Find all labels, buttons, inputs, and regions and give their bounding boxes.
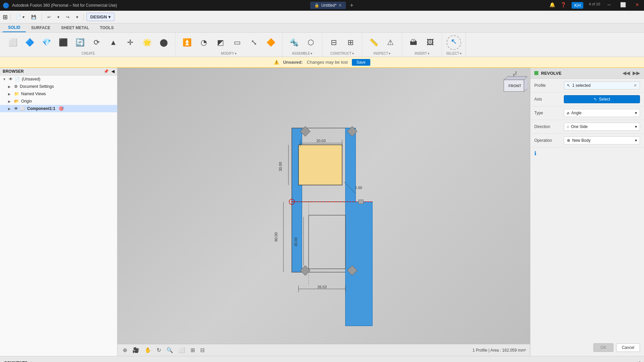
design-mode-btn[interactable]: DESIGN ▾ <box>87 13 114 21</box>
file-dropdown[interactable]: ▾ <box>22 15 24 19</box>
profile-clear-btn[interactable]: ✕ <box>634 83 637 88</box>
sketch-icon: ⬜ <box>8 38 17 47</box>
apps-icon[interactable]: ⊞ <box>3 13 8 21</box>
view-cube[interactable]: Z FRONT <box>500 70 527 97</box>
file-btn[interactable]: 📄 ▾ <box>13 14 27 20</box>
midplane-btn[interactable]: ⊞ <box>343 37 358 48</box>
direction-chevron-down-icon: ▾ <box>635 124 637 129</box>
browser-item-named-views[interactable]: ▶ 📁 Named Views <box>0 90 117 98</box>
operation-dropdown[interactable]: ⊕ New Body ▾ <box>564 136 640 144</box>
extrude-btn[interactable]: ⬛ <box>56 37 70 48</box>
display-options-btn[interactable]: ⬜ <box>177 346 186 354</box>
tab-close[interactable]: ✕ <box>338 3 342 8</box>
select-dropdown[interactable]: ▾ <box>460 52 462 55</box>
orbit-btn[interactable]: ↻ <box>155 346 162 354</box>
undo-dropdown[interactable]: ▾ <box>55 14 62 20</box>
folder-icon: 📄 <box>15 77 20 81</box>
tab-tools[interactable]: TOOLS <box>95 24 119 32</box>
redo-btn[interactable]: ↪ <box>63 14 72 20</box>
joint-icon: 🔩 <box>289 38 299 47</box>
browser-item-unsaved[interactable]: ▼ 👁 📄 (Unsaved) <box>0 75 117 83</box>
profile-label: Profile <box>534 83 561 88</box>
title-right: 🔔 ❓ KH 4 of 10 ─ ⬜ ✕ <box>549 2 641 9</box>
canvas-status: ⊕ 🎥 ✋ ↻ 🔍 ⬜ ⊞ ⊟ 1 Profile | Area : 162.0… <box>117 344 530 356</box>
assemble-dropdown[interactable]: ▾ <box>311 52 312 55</box>
view-options-btn[interactable]: 🎥 <box>131 346 141 354</box>
modify-dropdown[interactable]: ▾ <box>235 52 236 55</box>
as-built-btn[interactable]: ⬡ <box>303 37 318 48</box>
redo-dropdown[interactable]: ▾ <box>73 14 81 20</box>
fillet-icon: ◔ <box>201 38 207 47</box>
new-tab-btn[interactable]: + <box>347 2 356 9</box>
loft-btn[interactable]: ▲ <box>106 37 121 48</box>
type-dropdown[interactable]: ⌀ Angle ▾ <box>564 109 640 117</box>
browser-collapse-btn[interactable]: ◀ <box>111 69 114 74</box>
measure-btn[interactable]: 📏 <box>366 37 381 48</box>
insert-svg-btn[interactable]: 🖼 <box>423 37 438 48</box>
pan-btn[interactable]: ✋ <box>143 346 153 354</box>
insert-dropdown[interactable]: ▾ <box>428 52 429 55</box>
zoom-btn[interactable]: 🔍 <box>165 346 174 354</box>
fit-to-screen-btn[interactable]: ⊕ <box>121 346 128 354</box>
create-form-btn[interactable]: 💎 <box>39 37 54 48</box>
ok-button[interactable]: OK <box>593 343 613 352</box>
select-btn[interactable]: ↖ <box>446 35 461 50</box>
interference-btn[interactable]: ⚠ <box>383 37 398 48</box>
chamfer-btn[interactable]: ◩ <box>213 37 228 48</box>
fillet-btn[interactable]: ◔ <box>196 37 211 48</box>
unsaved-bar: ⚠️ Unsaved: Changes may be lost Save <box>0 57 644 68</box>
pattern-btn[interactable]: ⬤ <box>156 37 171 48</box>
save-button[interactable]: Save <box>352 59 370 66</box>
scale-btn[interactable]: ⤡ <box>247 37 261 48</box>
shell-btn[interactable]: ▭ <box>230 37 245 48</box>
tab-surface[interactable]: SURFACE <box>26 24 56 32</box>
save-btn[interactable]: 💾 <box>29 14 39 20</box>
sweep-btn[interactable]: ⟳ <box>89 37 104 48</box>
grid-snap-btn[interactable]: ⊟ <box>199 346 206 354</box>
mirror-btn[interactable]: 🌟 <box>140 37 154 48</box>
browser-pin-btn[interactable]: 📌 <box>104 69 109 74</box>
insert-mesh-btn[interactable]: 🏔 <box>406 37 421 48</box>
direction-dropdown[interactable]: ↕ One Side ▾ <box>564 123 640 131</box>
origin-folder-icon: 📂 <box>14 99 19 104</box>
offset-plane-btn[interactable]: ⊟ <box>326 37 341 48</box>
notification-icon[interactable]: 🔔 <box>549 2 555 9</box>
axis-select-btn[interactable]: ↖ Select <box>564 95 640 103</box>
inspect-dropdown[interactable]: ▾ <box>389 52 390 55</box>
panel-collapse-left-btn[interactable]: ◀◀ <box>623 70 630 76</box>
combine-btn[interactable]: 🔶 <box>263 37 278 48</box>
undo-btn[interactable]: ↩ <box>45 14 53 20</box>
create-label: CREATE <box>82 52 95 55</box>
comments-collapse-btn[interactable]: ◀ <box>636 360 640 362</box>
canvas-view[interactable]: 20.03 2.00 30.00 80.00 30.00 26.53 <box>117 68 530 356</box>
browser-item-doc-settings[interactable]: ▶ ⚙ Document Settings <box>0 83 117 90</box>
maximize-btn[interactable]: ⬜ <box>618 2 628 9</box>
browser-item-origin[interactable]: ▶ 📂 Origin <box>0 98 117 105</box>
svg-text:FRONT: FRONT <box>508 84 521 88</box>
user-avatar[interactable]: KH <box>572 2 583 9</box>
joint-btn[interactable]: 🔩 <box>286 37 301 48</box>
pattern-icon: ⬤ <box>160 38 168 47</box>
close-btn[interactable]: ✕ <box>633 2 641 9</box>
file-icon: 📄 <box>16 15 21 19</box>
comments-add-btn[interactable]: + <box>30 360 33 362</box>
press-pull-btn[interactable]: ⏫ <box>179 37 194 48</box>
browser-item-component[interactable]: ▶ 👁 ⬜ Component1:1 🎯 <box>0 105 117 112</box>
panel-expand-btn[interactable]: ▶▶ <box>633 70 640 76</box>
construct-dropdown[interactable]: ▾ <box>352 52 354 55</box>
blue-bar-right-top <box>345 128 356 202</box>
minimize-btn[interactable]: ─ <box>605 2 613 9</box>
tab-solid[interactable]: SOLID <box>3 23 26 32</box>
offset-plane-icon: ⊟ <box>331 38 337 47</box>
create-sketch-btn[interactable]: ⬜ <box>5 37 20 48</box>
move-btn[interactable]: ✛ <box>123 37 138 48</box>
canvas-area[interactable]: 20.03 2.00 30.00 80.00 30.00 26.53 <box>117 68 530 356</box>
revolve-btn[interactable]: 🔄 <box>72 37 87 48</box>
browser-panel: BROWSER 📌 ◀ ▼ 👁 📄 (Unsaved) ▶ ⚙ Document… <box>0 68 117 356</box>
tab-sheet-metal[interactable]: SHEET METAL <box>56 24 95 32</box>
svg-marker-7 <box>504 76 527 80</box>
cancel-button[interactable]: Cancel <box>616 343 640 352</box>
visual-style-btn[interactable]: ⊞ <box>189 346 196 354</box>
new-component-btn[interactable]: 🔷 <box>22 37 37 48</box>
help-icon[interactable]: ❓ <box>560 2 566 9</box>
